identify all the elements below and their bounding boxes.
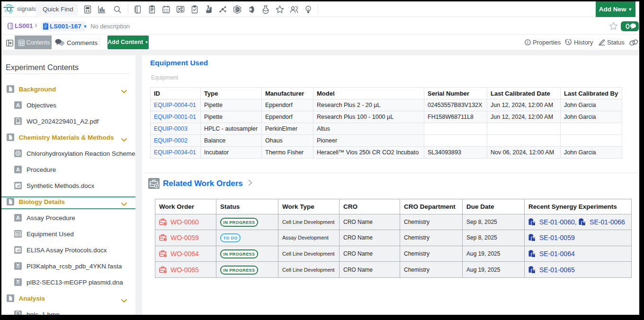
svg-text:PDF: PDF [17, 122, 21, 124]
svg-text:A: A [16, 167, 20, 172]
svg-text:A: A [16, 215, 20, 221]
svg-text:A: A [16, 102, 20, 108]
